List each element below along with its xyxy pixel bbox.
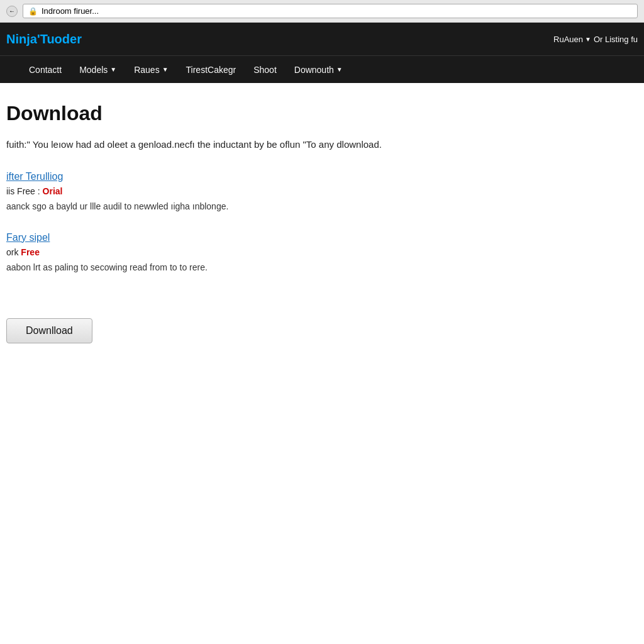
nav-item-tirestcakegr[interactable]: TirestCakegr	[177, 56, 245, 83]
browser-controls: ←	[6, 6, 18, 17]
raues-chevron-icon: ▼	[162, 66, 169, 73]
nav-user-label: RuAuen	[553, 35, 583, 44]
nav-item-downouth[interactable]: Downouth ▼	[286, 56, 352, 83]
back-button[interactable]: ←	[6, 6, 18, 17]
downouth-chevron-icon: ▼	[336, 66, 343, 73]
main-content: Download fuith:" You leıow had ad oleet …	[0, 83, 644, 362]
page-title: Download	[6, 102, 638, 125]
download-item-2-title[interactable]: Fary sipel	[6, 232, 638, 243]
logo-part1: Ninja	[6, 32, 37, 46]
download-item-2-meta: ork Free	[6, 247, 638, 257]
nav-listing[interactable]: Or Listing fu	[594, 35, 638, 44]
nav-item-models-label: Models	[79, 65, 108, 75]
models-chevron-icon: ▼	[110, 66, 116, 73]
site-logo: Ninja'Tuoder	[6, 32, 82, 47]
download-item-2-desc: aabon lrt as paling to secowing read fro…	[6, 261, 638, 274]
nav-item-home[interactable]	[3, 56, 20, 83]
nav-right: RuAuen ▼ Or Listing fu	[553, 35, 638, 44]
download-item-1: ifter Terulliog iis Free : Orial aanck s…	[6, 171, 638, 213]
download-item-2: Fary sipel ork Free aabon lrt as paling …	[6, 232, 638, 274]
download-item-2-meta-value: Free	[21, 247, 40, 257]
nav-item-shoot[interactable]: Shoot	[245, 56, 286, 83]
nav-user[interactable]: RuAuen ▼	[553, 35, 591, 44]
site-nav: Ninja'Tuoder RuAuen ▼ Or Listing fu	[0, 23, 644, 55]
nav-item-raues[interactable]: Raues ▼	[125, 56, 177, 83]
nav-listing-label: Or Listing fu	[594, 35, 638, 44]
download-item-1-meta: iis Free : Orial	[6, 186, 638, 196]
logo-part2: Tuoder	[40, 32, 82, 46]
download-button[interactable]: Downlload	[6, 318, 92, 343]
nav-item-contactt-label: Contactt	[29, 65, 62, 75]
user-chevron-icon: ▼	[585, 36, 591, 43]
lock-icon: 🔒	[28, 7, 38, 16]
download-item-2-meta-prefix: ork	[6, 247, 21, 257]
download-item-1-meta-value: Orial	[43, 186, 63, 196]
address-text: Indroom firuer...	[42, 6, 99, 16]
download-item-1-title[interactable]: ifter Terulliog	[6, 171, 638, 182]
nav-item-shoot-label: Shoot	[253, 65, 277, 75]
nav-item-downouth-label: Downouth	[294, 65, 334, 75]
browser-chrome: ← 🔒 Indroom firuer...	[0, 0, 644, 23]
nav-item-raues-label: Raues	[134, 65, 159, 75]
download-item-1-meta-prefix: iis Free :	[6, 186, 40, 196]
nav-item-contactt[interactable]: Contactt	[20, 56, 70, 83]
page-description: fuith:" You leıow had ad oleet a genload…	[6, 138, 638, 152]
nav-item-models[interactable]: Models ▼	[70, 56, 125, 83]
nav-item-tirestcakegr-label: TirestCakegr	[186, 65, 236, 75]
nav-menu: Contactt Models ▼ Raues ▼ TirestCakegr S…	[0, 55, 644, 83]
address-bar[interactable]: 🔒 Indroom firuer...	[23, 4, 638, 18]
download-item-1-desc: aanck sgo a bayld ur llle audil to newwl…	[6, 200, 638, 213]
